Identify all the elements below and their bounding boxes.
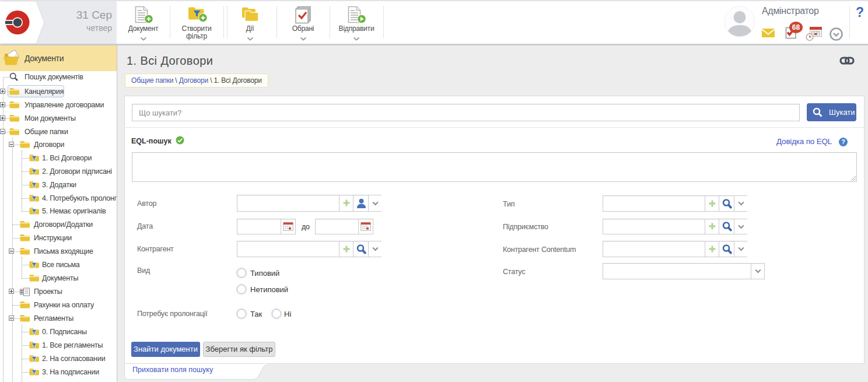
svg-text:68: 68 (792, 23, 800, 31)
svg-text:?: ? (841, 138, 845, 145)
